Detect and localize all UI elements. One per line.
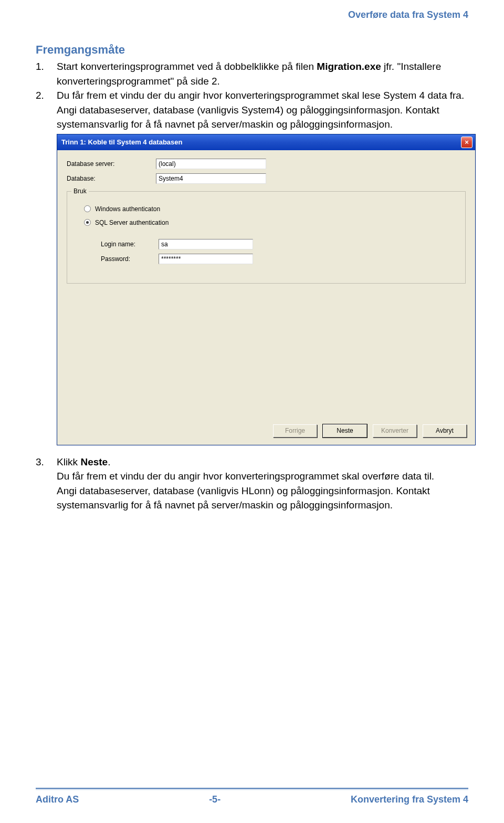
step-number: 2. [36,88,57,132]
dialog-window: Trinn 1: Koble til System 4 databasen × … [57,134,476,445]
step-text-bold: Migration.exe [317,61,381,72]
radio-sql-auth[interactable]: SQL Server authentication [84,219,455,226]
footer-right: Konvertering fra System 4 [351,794,468,805]
step-text: Klikk [57,456,80,467]
step-text: Du får frem et vindu der du angir hvor k… [57,469,466,484]
radio-icon [84,219,91,226]
step-text-bold: Neste [80,456,108,467]
section-heading: Fremgangsmåte [36,43,466,57]
footer-rule [36,788,468,790]
step-3: 3. Klikk Neste. Du får frem et vindu der… [36,455,466,513]
step-text: Angi databaseserver, database (vanligvis… [57,103,466,132]
step-text: Start konverteringsprogrammet ved å dobb… [57,61,317,72]
step-1: 1. Start konverteringsprogrammet ved å d… [36,59,466,88]
password-label: Password: [101,255,159,263]
footer-center: -5- [209,794,220,805]
next-button[interactable]: Neste [323,424,367,437]
window-title: Trinn 1: Koble til System 4 databasen [61,138,182,146]
radio-windows-auth[interactable]: Windows authenticaton [84,205,455,213]
db-server-input[interactable] [156,159,266,169]
convert-button[interactable]: Konverter [373,424,417,437]
db-server-label: Database server: [67,160,156,168]
close-icon: × [465,138,469,146]
auth-fieldset: Bruk Windows authenticaton SQL Server au… [67,191,466,284]
page-footer: Aditro AS -5- Konvertering fra System 4 [36,794,468,805]
fieldset-legend: Bruk [71,187,89,195]
database-input[interactable] [156,173,266,184]
page-header: Overføre data fra System 4 [348,9,468,20]
step-text: Du får frem et vindu der du angir hvor k… [57,88,466,103]
login-label: Login name: [101,241,159,248]
step-text: . [108,456,110,467]
cancel-button[interactable]: Avbryt [423,424,467,437]
login-input[interactable] [159,239,253,249]
close-button[interactable]: × [461,137,472,148]
step-2: 2. Du får frem et vindu der du angir hvo… [36,88,466,132]
prev-button[interactable]: Forrige [273,424,317,437]
radio-label: Windows authenticaton [95,205,160,213]
database-label: Database: [67,175,156,182]
password-input[interactable] [159,254,253,264]
titlebar: Trinn 1: Koble til System 4 databasen × [57,134,475,150]
step-number: 3. [36,455,57,513]
footer-left: Aditro AS [36,794,79,805]
step-number: 1. [36,59,57,88]
radio-label: SQL Server authentication [95,219,169,226]
radio-icon [84,205,91,212]
step-text: Angi databaseserver, database (vanligvis… [57,484,466,513]
